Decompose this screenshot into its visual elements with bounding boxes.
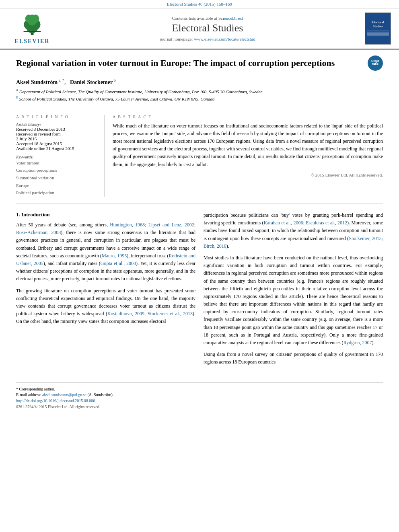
journal-homepage-link[interactable]: www.elsevier.com/locate/electstud — [194, 37, 255, 41]
intro-heading: 1. Introduction — [16, 212, 195, 218]
author-1-name: Aksel Sundström — [16, 79, 58, 85]
affiliation-b: b School of Political Studies, The Unive… — [16, 95, 383, 101]
keywords-section: Keywords: Voter turnout Corruption perce… — [16, 155, 98, 197]
journal-citation: Electoral Studies 40 (2015) 158–169 — [0, 0, 399, 8]
online-date: Available online 21 August 2015 — [16, 146, 98, 151]
affiliation-a: a Department of Political Science, The Q… — [16, 88, 383, 94]
abstract-label: A B S T R A C T — [113, 115, 383, 119]
author-email[interactable]: aksel.sundstrom@pol.gu.se — [42, 392, 86, 397]
journal-cover-image: Electoral Studies — [365, 12, 391, 45]
journal-cover-section: Electoral Studies — [359, 12, 391, 45]
journal-homepage: journal homepage: www.elsevier.com/locat… — [56, 37, 359, 41]
sciencedirect-line: Contents lists available at ScienceDirec… — [56, 16, 359, 21]
keyword-5: Political participation — [16, 189, 98, 197]
journal-header: ELSEVIER Contents lists available at Sci… — [0, 8, 399, 49]
article-info-label: A R T I C L E I N F O — [16, 115, 98, 119]
intro-para-2: The growing literature on corruption per… — [16, 287, 195, 326]
keyword-3: Subnational variation — [16, 174, 98, 182]
intro-para-1: After 50 years of debate (see, among oth… — [16, 221, 195, 283]
svg-text:Mark: Mark — [372, 63, 378, 66]
author-2-sup: b — [113, 78, 116, 82]
revised-date: Received in revised form2 July 2015 — [16, 131, 98, 141]
body-right-col: participation because politicians can 'b… — [204, 212, 383, 370]
abstract-text: While much of the literature on voter tu… — [113, 122, 383, 168]
elsevier-logo-section: ELSEVIER — [8, 12, 56, 45]
svg-point-6 — [32, 14, 39, 23]
section-title: Introduction — [21, 212, 50, 218]
keyword-1: Voter turnout — [16, 159, 98, 167]
abstract-column: A B S T R A C T While much of the litera… — [113, 115, 383, 197]
svg-point-5 — [25, 14, 32, 23]
article-info-column: A R T I C L E I N F O Article history: R… — [16, 115, 105, 197]
body-left-col: 1. Introduction After 50 years of debate… — [16, 212, 195, 370]
author-2-name: Daniel Stockemer — [70, 79, 113, 85]
copyright-notice: © 2015 Elsevier Ltd. All rights reserved… — [113, 173, 383, 177]
author-1-sup: a, * — [58, 78, 64, 82]
right-para-1: participation because politicians can 'b… — [204, 212, 383, 250]
received-date: Received 3 December 2013 — [16, 127, 98, 131]
article-title: Regional variation in voter turnout in E… — [16, 58, 364, 69]
article-content: Regional variation in voter turnout in E… — [0, 49, 399, 417]
history-label: Article history: — [16, 122, 98, 127]
issn-meta: 0261-3794/© 2015 Elsevier Ltd. All right… — [16, 405, 383, 409]
keyword-2: Corruption perceptions — [16, 166, 98, 174]
keyword-4: Europe — [16, 182, 98, 189]
article-info-abstract-section: A R T I C L E I N F O Article history: R… — [16, 115, 383, 197]
section-number: 1. — [16, 212, 20, 218]
accepted-date: Accepted 18 August 2015 — [16, 141, 98, 146]
journal-title-section: Contents lists available at ScienceDirec… — [56, 16, 359, 41]
doi-link[interactable]: http://dx.doi.org/10.1016/j.electstud.20… — [16, 398, 383, 403]
journal-title: Electoral Studies — [56, 22, 359, 34]
keywords-label: Keywords: — [16, 155, 98, 159]
article-history: Article history: Received 3 December 201… — [16, 122, 98, 151]
elsevier-wordmark: ELSEVIER — [15, 38, 50, 45]
sciencedirect-link[interactable]: ScienceDirect — [218, 16, 243, 21]
divider-2 — [16, 203, 383, 203]
authors-line: Aksel Sundström a, *, Daniel Stockemer b — [16, 78, 383, 86]
right-para-3: Using data from a novel survey on citize… — [204, 351, 383, 366]
footer-section: * Corresponding author. E-mail address: … — [16, 382, 383, 409]
body-content: 1. Introduction After 50 years of debate… — [16, 212, 383, 370]
right-para-2: Most studies in this literature have bee… — [204, 254, 383, 347]
crossmark-badge: ✓ Cross Mark — [368, 55, 383, 71]
divider-1 — [16, 108, 383, 108]
body-two-col: 1. Introduction After 50 years of debate… — [16, 212, 383, 370]
email-line: E-mail address: aksel.sundstrom@pol.gu.s… — [16, 392, 383, 397]
corresponding-author-note: * Corresponding author. — [16, 387, 383, 391]
elsevier-tree-icon — [16, 12, 48, 37]
svg-text:Cross: Cross — [371, 60, 379, 62]
